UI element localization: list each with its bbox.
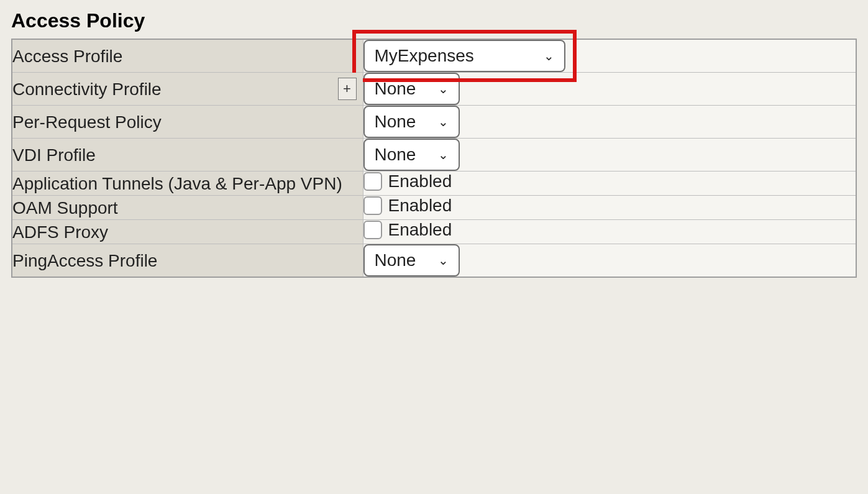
select-vdi-profile-value: None: [375, 145, 416, 165]
select-connectivity-profile-value: None: [375, 79, 416, 99]
row-connectivity-profile: Connectivity Profile + None ⌄: [12, 73, 856, 106]
select-pingaccess-profile-value: None: [375, 250, 416, 270]
label-per-request-policy: Per-Request Policy: [12, 112, 162, 132]
checkbox-label-oam-support: Enabled: [388, 196, 452, 216]
label-adfs-proxy: ADFS Proxy: [12, 222, 108, 242]
checkbox-adfs-proxy[interactable]: [363, 221, 382, 239]
select-per-request-policy[interactable]: None ⌄: [363, 106, 460, 138]
section-title: Access Policy: [11, 9, 857, 32]
select-pingaccess-profile[interactable]: None ⌄: [363, 244, 460, 277]
select-access-profile[interactable]: MyExpenses ⌄: [363, 40, 565, 72]
checkbox-label-adfs-proxy: Enabled: [388, 220, 452, 240]
chevron-down-icon: ⌄: [438, 253, 449, 268]
row-app-tunnels: Application Tunnels (Java & Per-App VPN)…: [12, 172, 856, 196]
chevron-down-icon: ⌄: [438, 147, 449, 162]
select-connectivity-profile[interactable]: None ⌄: [363, 73, 460, 105]
select-access-profile-value: MyExpenses: [375, 46, 474, 66]
checkbox-app-tunnels[interactable]: [363, 172, 382, 191]
label-oam-support: OAM Support: [12, 198, 118, 217]
checkbox-label-app-tunnels: Enabled: [388, 172, 452, 191]
select-vdi-profile[interactable]: None ⌄: [363, 139, 460, 171]
label-connectivity-profile: Connectivity Profile: [12, 80, 162, 99]
row-vdi-profile: VDI Profile None ⌄: [12, 139, 856, 172]
label-pingaccess-profile: PingAccess Profile: [12, 251, 157, 270]
row-adfs-proxy: ADFS Proxy Enabled: [12, 220, 856, 244]
access-policy-table: Access Profile MyExpenses ⌄ Connectivity…: [11, 39, 857, 278]
select-per-request-policy-value: None: [375, 112, 416, 132]
chevron-down-icon: ⌄: [438, 114, 449, 129]
chevron-down-icon: ⌄: [438, 81, 449, 96]
chevron-down-icon: ⌄: [544, 48, 554, 63]
label-access-profile: Access Profile: [12, 47, 122, 66]
add-connectivity-profile-button[interactable]: +: [338, 78, 357, 100]
checkbox-oam-support[interactable]: [363, 196, 382, 215]
row-per-request-policy: Per-Request Policy None ⌄: [12, 106, 856, 139]
row-oam-support: OAM Support Enabled: [12, 196, 856, 220]
label-vdi-profile: VDI Profile: [12, 145, 96, 165]
row-pingaccess-profile: PingAccess Profile None ⌄: [12, 244, 856, 278]
row-access-profile: Access Profile MyExpenses ⌄: [12, 39, 856, 73]
label-app-tunnels: Application Tunnels (Java & Per-App VPN): [12, 174, 342, 193]
